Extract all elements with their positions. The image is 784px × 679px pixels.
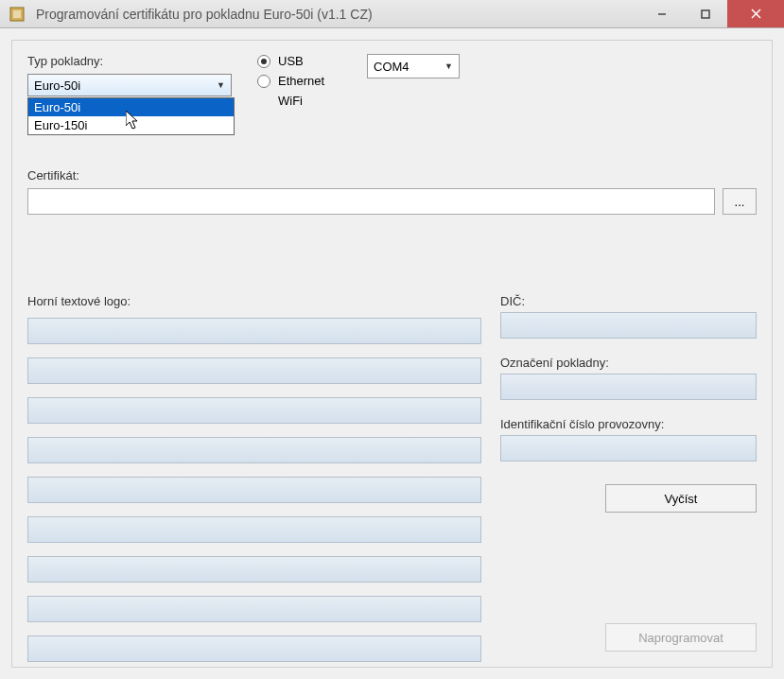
idprov-input[interactable] [500, 435, 757, 461]
certificate-section: Certifikát: ... [27, 168, 757, 215]
app-icon [9, 7, 25, 22]
logo-line-9[interactable] [27, 635, 481, 662]
logo-line-5[interactable] [27, 477, 481, 503]
dic-input[interactable] [500, 312, 757, 339]
wifi-radio-row: WiFi [278, 94, 361, 108]
usb-label: USB [278, 54, 304, 68]
ethernet-radio[interactable] [257, 75, 270, 88]
program-button[interactable]: Naprogramovat [605, 623, 757, 652]
logo-line-7[interactable] [27, 556, 481, 583]
idprov-label: Identifikační číslo provozovny: [500, 417, 757, 431]
lower-section: Horní textové logo: DIČ: Označení poklad… [27, 294, 757, 675]
logo-column: Horní textové logo: [27, 294, 481, 675]
chevron-down-icon: ▼ [444, 61, 453, 71]
type-combobox[interactable]: Euro-50i ▼ [27, 74, 232, 96]
browse-button[interactable]: ... [723, 188, 757, 215]
ethernet-label: Ethernet [278, 74, 324, 88]
svg-rect-3 [702, 10, 709, 18]
wifi-label: WiFi [278, 94, 303, 108]
logo-line-2[interactable] [27, 357, 481, 384]
dic-label: DIČ: [500, 294, 757, 308]
connection-column: USB Ethernet WiFi [257, 54, 361, 113]
content-area: Typ pokladny: Euro-50i ▼ Euro-50i Euro-1… [0, 28, 784, 679]
logo-line-3[interactable] [27, 397, 481, 424]
logo-line-8[interactable] [27, 596, 481, 622]
certificate-row: ... [27, 188, 757, 215]
oznaceni-label: Označení pokladny: [500, 356, 757, 370]
logo-line-6[interactable] [27, 516, 481, 543]
close-button[interactable] [727, 0, 784, 27]
port-column: COM4 ▼ [367, 54, 460, 78]
usb-radio-row[interactable]: USB [257, 54, 361, 68]
group-box: Typ pokladny: Euro-50i ▼ Euro-50i Euro-1… [11, 40, 773, 668]
minimize-button[interactable] [640, 0, 684, 27]
ethernet-radio-row[interactable]: Ethernet [257, 74, 361, 88]
maximize-button[interactable] [684, 0, 727, 27]
logo-line-4[interactable] [27, 437, 481, 463]
certificate-label: Certifikát: [27, 168, 757, 183]
titlebar: Programování certifikátu pro pokladnu Eu… [0, 0, 784, 28]
svg-rect-1 [13, 10, 21, 18]
window-title: Programování certifikátu pro pokladnu Eu… [36, 7, 373, 22]
usb-radio[interactable] [257, 55, 270, 68]
read-button[interactable]: Vyčíst [605, 484, 757, 513]
port-combobox-value: COM4 [374, 60, 409, 74]
window-controls [640, 0, 784, 27]
certificate-input[interactable] [27, 188, 715, 215]
type-column: Typ pokladny: Euro-50i ▼ Euro-50i Euro-1… [27, 54, 240, 96]
oznaceni-input[interactable] [500, 374, 757, 400]
logo-line-1[interactable] [27, 318, 481, 344]
chevron-down-icon: ▼ [217, 80, 225, 90]
cursor-icon [126, 111, 141, 134]
type-combobox-value: Euro-50i [34, 78, 80, 93]
type-label: Typ pokladny: [27, 54, 240, 68]
port-combobox[interactable]: COM4 ▼ [367, 54, 460, 78]
right-column: DIČ: Označení pokladny: Identifikační čí… [500, 294, 757, 675]
logo-label: Horní textové logo: [27, 294, 481, 308]
top-row: Typ pokladny: Euro-50i ▼ Euro-50i Euro-1… [27, 54, 757, 113]
